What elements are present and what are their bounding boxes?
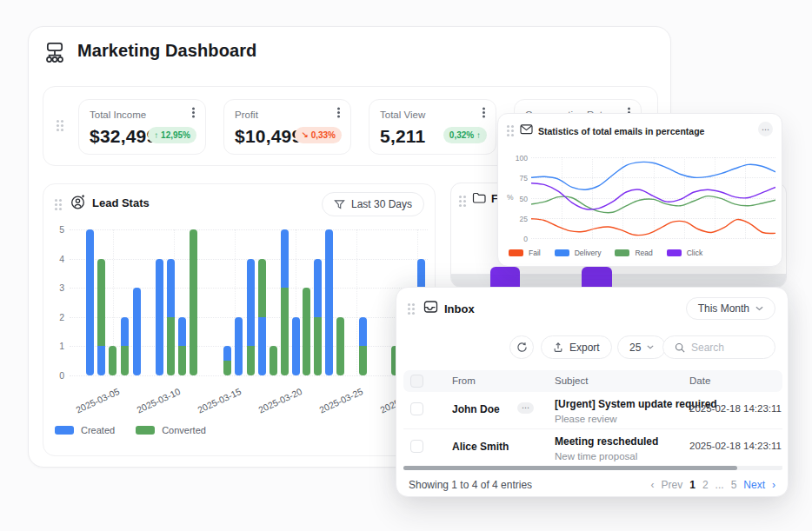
x-tick-label: 2025-03-25: [311, 386, 364, 418]
legend-swatch: [615, 249, 629, 256]
trend-badge: ↘ 0,33%: [295, 127, 342, 143]
bar-segment-created: [121, 317, 129, 347]
bar[interactable]: [359, 317, 367, 375]
lead-chart-legend: CreatedConverted: [55, 425, 206, 435]
bar[interactable]: [156, 259, 163, 375]
bar[interactable]: [336, 317, 344, 375]
bar[interactable]: [109, 346, 116, 375]
cell-subject: Meeting rescheduled: [555, 435, 658, 448]
cell-date: 2025-02-18 14:23:11: [689, 441, 782, 451]
pagination-item[interactable]: ›: [772, 479, 775, 491]
legend-item[interactable]: Fail: [509, 249, 541, 257]
drag-handle-icon[interactable]: [459, 196, 462, 198]
y-tick-label: 5: [45, 224, 64, 235]
drag-handle-icon[interactable]: [55, 199, 57, 202]
bar-segment-created: [281, 229, 289, 288]
sitemap-icon: [43, 41, 67, 65]
drag-handle-icon[interactable]: [408, 303, 410, 306]
bar[interactable]: [178, 317, 186, 375]
bar[interactable]: [325, 229, 333, 375]
pagination-item[interactable]: 1: [689, 479, 696, 491]
bar[interactable]: [167, 259, 175, 375]
refresh-button[interactable]: [509, 335, 534, 359]
bar-segment-converted: [121, 346, 129, 375]
search-input[interactable]: Search: [662, 335, 775, 359]
x-tick-label: 2025-03-15: [190, 386, 243, 418]
column-header-from[interactable]: From: [452, 375, 476, 386]
bar[interactable]: [86, 229, 94, 375]
row-checkbox[interactable]: [410, 402, 423, 415]
bar[interactable]: [247, 259, 255, 375]
filter-button[interactable]: Last 30 Days: [322, 192, 424, 216]
y-tick-label: 0: [512, 235, 528, 243]
kebab-menu-icon[interactable]: [483, 111, 485, 114]
horizontal-scrollbar[interactable]: [403, 466, 782, 470]
row-menu-button[interactable]: ⋯: [517, 402, 534, 414]
bar-segment-converted: [303, 288, 310, 375]
bar[interactable]: [303, 288, 310, 375]
legend-label: Delivery: [575, 249, 602, 257]
bar[interactable]: [270, 346, 277, 375]
bar-segment-created: [247, 259, 255, 347]
kebab-menu-icon[interactable]: [192, 111, 195, 114]
bar-segment-converted: [359, 346, 367, 375]
bar[interactable]: [121, 317, 129, 375]
kebab-menu-icon[interactable]: [337, 111, 340, 114]
more-menu-button[interactable]: ⋯: [758, 122, 773, 136]
bar[interactable]: [223, 346, 231, 375]
period-select[interactable]: This Month: [686, 297, 775, 320]
pagination-item[interactable]: Next: [743, 479, 765, 491]
pagination: ‹Prev12...5Next›: [651, 479, 775, 491]
legend-item[interactable]: Click: [667, 249, 702, 257]
legend-swatch: [667, 249, 682, 256]
legend-item[interactable]: Created: [55, 425, 115, 435]
scrollbar-thumb[interactable]: [403, 466, 737, 470]
column-header-subject[interactable]: Subject: [555, 375, 588, 386]
envelope-icon: [520, 123, 533, 135]
drag-handle-icon[interactable]: [507, 125, 509, 128]
export-button[interactable]: Export: [541, 335, 612, 359]
lead-stats-card: Lead Stats Last 30 Days CreatedConverted…: [43, 183, 436, 456]
pagination-item[interactable]: ...: [715, 479, 724, 491]
pagination-item[interactable]: 5: [731, 479, 737, 491]
table-row[interactable]: John Doe ⋯ [Urgent] System update requir…: [403, 392, 782, 429]
card-title: Statistics of total emails in percentage: [538, 126, 704, 136]
upload-icon: [553, 342, 563, 353]
line-series-fail: [531, 219, 775, 236]
pagination-item[interactable]: ‹: [651, 479, 655, 491]
x-tick-label: 2025-03-05: [68, 386, 121, 418]
bar[interactable]: [97, 259, 105, 375]
bar[interactable]: [281, 229, 289, 375]
bar[interactable]: [190, 229, 197, 375]
legend-item[interactable]: Read: [615, 249, 652, 257]
pagination-item[interactable]: Prev: [662, 479, 683, 491]
drag-handle-icon[interactable]: [57, 120, 59, 123]
legend-item[interactable]: Converted: [136, 425, 206, 435]
pagination-item[interactable]: 2: [702, 479, 709, 491]
row-checkbox[interactable]: [410, 440, 423, 453]
gridline: [70, 229, 428, 230]
page-size-select[interactable]: 25: [617, 335, 666, 359]
bar-segment-converted: [336, 317, 344, 375]
column-header-date[interactable]: Date: [689, 375, 710, 386]
bar-segment-converted: [223, 361, 231, 375]
line-series-delivery: [531, 162, 775, 189]
inbox-card: Inbox This Month Export 25: [396, 287, 789, 497]
bar[interactable]: [314, 259, 322, 375]
card-title: Lead Stats: [92, 196, 150, 209]
card-title: Inbox: [444, 302, 475, 315]
legend-label: Converted: [162, 425, 206, 435]
bar[interactable]: [133, 288, 141, 375]
table-row[interactable]: Alice Smith Meeting rescheduled New time…: [403, 429, 782, 467]
purple-bar: [490, 267, 520, 288]
select-all-checkbox[interactable]: [410, 375, 423, 388]
legend-item[interactable]: Delivery: [555, 249, 602, 257]
x-tick-label: 2025-03-10: [129, 386, 182, 418]
legend-swatch: [55, 426, 74, 435]
bar[interactable]: [235, 317, 243, 375]
gridline: [70, 375, 428, 376]
period-label: This Month: [698, 302, 749, 315]
page-title: Marketing Dashboard: [77, 41, 256, 61]
bar[interactable]: [258, 259, 266, 375]
bar[interactable]: [292, 317, 300, 375]
